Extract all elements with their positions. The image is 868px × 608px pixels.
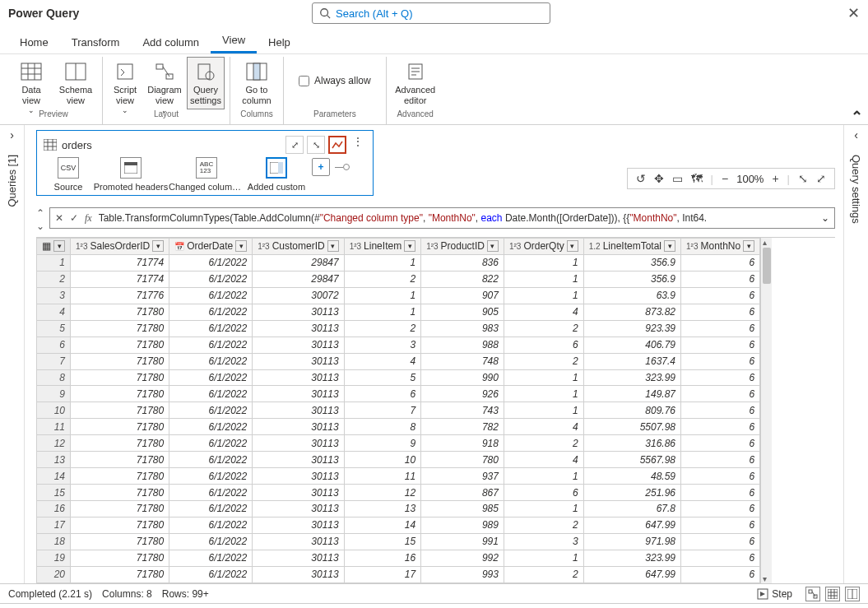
cell[interactable]: 6 <box>504 336 583 353</box>
cell[interactable]: 17 <box>344 566 420 582</box>
cell[interactable]: 2 <box>504 517 583 533</box>
cell[interactable]: 29847 <box>253 271 344 287</box>
cell[interactable]: 1 <box>504 254 583 271</box>
diagram-mode-icon[interactable] <box>805 587 820 601</box>
cell[interactable]: 937 <box>421 468 504 485</box>
cell[interactable]: 30113 <box>253 369 344 386</box>
collapse-icon[interactable]: ⤡ <box>798 172 808 185</box>
cell[interactable]: 15 <box>344 533 420 550</box>
zoom-in-icon[interactable]: + <box>772 172 778 185</box>
cell[interactable]: 6/1/2022 <box>169 336 253 353</box>
cell[interactable]: 992 <box>421 550 504 566</box>
cell[interactable]: 873.82 <box>583 304 680 320</box>
cell[interactable]: 406.79 <box>583 336 680 353</box>
query-settings-button[interactable]: Query settings <box>187 57 225 109</box>
cell[interactable]: 6/1/2022 <box>169 271 253 287</box>
cell[interactable]: 323.99 <box>583 369 680 386</box>
column-header-LineItem[interactable]: 1²3LineItem▾ <box>344 239 420 255</box>
cell[interactable]: 30113 <box>253 320 344 336</box>
cell[interactable]: 12 <box>344 485 420 501</box>
column-header-LineItemTotal[interactable]: 1.2LineItemTotal▾ <box>583 239 680 255</box>
cell[interactable]: 30113 <box>253 386 344 402</box>
cell[interactable]: 6 <box>681 386 760 402</box>
cell[interactable]: 71776 <box>71 287 169 304</box>
cell[interactable]: 743 <box>421 402 504 419</box>
table-row[interactable]: 12717806/1/20223011399182316.866 <box>37 435 760 452</box>
cell[interactable]: 30113 <box>253 550 344 566</box>
cell[interactable]: 993 <box>421 566 504 582</box>
table-row[interactable]: 5717806/1/20223011329832923.396 <box>37 320 760 336</box>
table-row[interactable]: 7717806/1/202230113474821637.46 <box>37 353 760 369</box>
cell[interactable]: 6 <box>681 271 760 287</box>
table-row[interactable]: 16717806/1/20223011313985167.86 <box>37 501 760 517</box>
cell[interactable]: 1 <box>504 271 583 287</box>
scroll-down-icon[interactable]: ▾ <box>763 574 767 583</box>
cell[interactable]: 6/1/2022 <box>169 402 253 419</box>
cell[interactable]: 6/1/2022 <box>169 419 253 435</box>
column-filter-icon[interactable]: ▾ <box>664 240 675 252</box>
close-icon[interactable]: ✕ <box>847 4 860 22</box>
cell[interactable]: 316.86 <box>583 435 680 452</box>
cell[interactable]: 1637.4 <box>583 353 680 369</box>
cell[interactable]: 71780 <box>71 402 169 419</box>
cell[interactable]: 6 <box>681 254 760 271</box>
cell[interactable]: 647.99 <box>583 566 680 582</box>
cell[interactable]: 63.9 <box>583 287 680 304</box>
cell[interactable]: 30113 <box>253 435 344 452</box>
cell[interactable]: 2 <box>344 320 420 336</box>
cell[interactable]: 4 <box>504 419 583 435</box>
cell[interactable]: 16 <box>344 550 420 566</box>
cell[interactable]: 6/1/2022 <box>169 353 253 369</box>
cell[interactable]: 809.76 <box>583 402 680 419</box>
cell[interactable]: 822 <box>421 271 504 287</box>
table-row[interactable]: 1717746/1/20222984718361356.96 <box>37 254 760 271</box>
expand-queries-icon[interactable]: › <box>10 128 14 142</box>
cell[interactable]: 30113 <box>253 485 344 501</box>
vertical-scrollbar[interactable]: ▴ ▾ <box>760 238 772 583</box>
cell[interactable]: 5 <box>344 369 420 386</box>
advanced-editor-button[interactable]: Advanced editor <box>392 57 439 109</box>
formula-down-icon[interactable]: ⌄ <box>36 220 44 232</box>
step-button[interactable]: Step <box>754 588 796 600</box>
corner-dropdown-icon[interactable]: ▾ <box>53 240 65 252</box>
column-header-MonthNo[interactable]: 1²3MonthNo▾ <box>681 239 760 255</box>
cell[interactable]: 71780 <box>71 566 169 582</box>
cell[interactable]: 30113 <box>253 566 344 582</box>
cell[interactable]: 6/1/2022 <box>169 501 253 517</box>
cell[interactable]: 7 <box>344 402 420 419</box>
cell[interactable]: 6 <box>504 485 583 501</box>
cell[interactable]: 71780 <box>71 336 169 353</box>
column-filter-icon[interactable]: ▾ <box>404 240 415 252</box>
cancel-formula-icon[interactable]: ✕ <box>55 212 63 224</box>
fx-icon[interactable]: fx <box>85 212 92 225</box>
scroll-up-icon[interactable]: ▴ <box>763 238 767 247</box>
tab-home[interactable]: Home <box>8 31 60 53</box>
cell[interactable]: 971.98 <box>583 533 680 550</box>
cell[interactable]: 71780 <box>71 501 169 517</box>
cell[interactable]: 71780 <box>71 353 169 369</box>
cell[interactable]: 918 <box>421 435 504 452</box>
cell[interactable]: 71780 <box>71 533 169 550</box>
cell[interactable]: 836 <box>421 254 504 271</box>
cell[interactable]: 5507.98 <box>583 419 680 435</box>
cell[interactable]: 13 <box>344 501 420 517</box>
cell[interactable]: 6/1/2022 <box>169 550 253 566</box>
cell[interactable]: 1 <box>504 287 583 304</box>
cell[interactable]: 71780 <box>71 485 169 501</box>
more-options-icon[interactable]: ⋮ <box>350 136 366 154</box>
cell[interactable]: 356.9 <box>583 271 680 287</box>
cell[interactable]: 2 <box>504 320 583 336</box>
cell[interactable]: 6/1/2022 <box>169 566 253 582</box>
cell[interactable]: 29847 <box>253 254 344 271</box>
cell[interactable]: 6/1/2022 <box>169 287 253 304</box>
tab-add-column[interactable]: Add column <box>131 31 211 53</box>
table-row[interactable]: 20717806/1/202230113179932647.996 <box>37 566 760 582</box>
cell[interactable]: 991 <box>421 533 504 550</box>
cell[interactable]: 71780 <box>71 468 169 485</box>
table-row[interactable]: 9717806/1/20223011369261149.876 <box>37 386 760 402</box>
cell[interactable]: 6/1/2022 <box>169 320 253 336</box>
cell[interactable]: 71780 <box>71 452 169 468</box>
collapse-step-icon[interactable]: ⤡ <box>307 136 325 154</box>
cell[interactable]: 867 <box>421 485 504 501</box>
cell[interactable]: 989 <box>421 517 504 533</box>
